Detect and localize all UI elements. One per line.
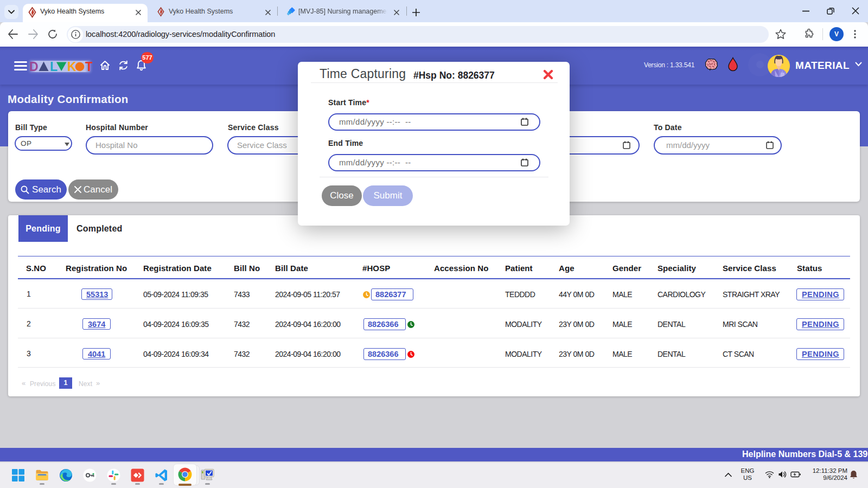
svg-text:T: T xyxy=(85,60,92,73)
svg-text:L: L xyxy=(50,60,58,73)
svg-text:D: D xyxy=(29,60,39,73)
svg-text:K: K xyxy=(67,60,76,73)
